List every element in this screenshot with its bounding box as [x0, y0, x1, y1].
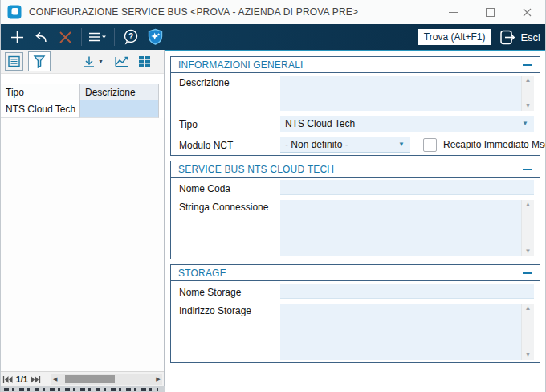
dropdown-caret-icon[interactable]: ▼: [522, 116, 528, 132]
detail-panel: INFORMAZIONI GENERALI Descrizione ▲ ▼ Ti…: [165, 50, 546, 392]
minimize-button[interactable]: [434, 0, 471, 24]
minimize-icon: [449, 12, 458, 13]
exit-button[interactable]: Esci: [499, 29, 540, 46]
modulo-nct-dropdown[interactable]: - Non definito - ▼: [280, 137, 410, 153]
filter-funnel-icon: [33, 55, 46, 68]
indirizzo-storage-label: Indirizzo Storage: [179, 304, 280, 316]
table-empty-area: [1, 118, 164, 371]
toolbar-separator: [81, 28, 82, 46]
modulo-nct-value: - Non definito -: [285, 139, 348, 150]
first-page-button[interactable]: [2, 374, 14, 385]
app-logo-icon: [7, 5, 22, 19]
undo-icon: [33, 30, 49, 44]
detail-form-icon: [8, 55, 20, 67]
grid-icon: [138, 55, 151, 67]
last-page-button[interactable]: [31, 374, 42, 385]
first-page-icon: [2, 376, 13, 383]
scroll-up-icon[interactable]: ▲: [525, 77, 532, 84]
section-header: SERVICE BUS NTS CLOUD TECH: [171, 161, 540, 178]
scroll-up-icon[interactable]: ▲: [525, 305, 532, 312]
export-caret-icon: ▼: [98, 59, 104, 64]
ai-assistant-button[interactable]: [144, 26, 166, 48]
nome-coda-label: Nome Coda: [179, 182, 280, 194]
export-button[interactable]: ▼: [83, 55, 104, 68]
section-header: STORAGE: [171, 265, 540, 281]
left-panel: ▼ Tipo Descrizione: [1, 50, 165, 386]
detail-view-button[interactable]: [5, 52, 23, 71]
section-informazioni-generali: INFORMAZIONI GENERALI Descrizione ▲ ▼ Ti…: [170, 56, 540, 156]
dropdown-caret-icon[interactable]: ▼: [398, 137, 405, 153]
maximize-button[interactable]: [471, 0, 508, 24]
filter-button[interactable]: [28, 51, 51, 71]
table-header-row: Tipo Descrizione: [1, 84, 159, 100]
clipped-text-strip: [1, 386, 165, 392]
descrizione-textarea[interactable]: ▲ ▼: [280, 76, 534, 111]
svg-text:?: ?: [128, 32, 133, 41]
scrollbar-track[interactable]: [59, 374, 154, 384]
line-chart-icon: [114, 55, 129, 68]
scroll-down-icon[interactable]: ▼: [525, 248, 532, 255]
hamburger-menu-icon: [88, 31, 108, 43]
textarea-scrollbar[interactable]: ▲ ▼: [521, 200, 534, 256]
column-header-tipo[interactable]: Tipo: [1, 84, 80, 100]
chart-button[interactable]: [114, 55, 129, 68]
tipo-dropdown[interactable]: NTS Cloud Tech ▼: [280, 116, 534, 132]
recapito-immediato-label: Recapito Immediato Msg.: [443, 139, 546, 150]
scroll-left-icon[interactable]: ◀: [51, 376, 59, 382]
scroll-up-icon[interactable]: ▲: [525, 202, 532, 208]
nome-storage-label: Nome Storage: [179, 285, 280, 298]
exit-label: Esci: [520, 31, 540, 43]
app-window: CONFIGURAZIONE SERVICE BUS <PROVA - AZIE…: [0, 0, 546, 392]
nome-storage-input[interactable]: [280, 284, 534, 299]
last-page-icon: [31, 376, 41, 383]
section-service-bus: SERVICE BUS NTS CLOUD TECH Nome Coda Str…: [170, 161, 540, 259]
delete-x-icon: [59, 31, 72, 44]
stringa-connessione-textarea[interactable]: ▲ ▼: [280, 200, 534, 256]
ai-sparkle-shield-icon: [146, 28, 165, 47]
title-bar: CONFIGURAZIONE SERVICE BUS <PROVA - AZIE…: [1, 0, 545, 24]
page-indicator: 1/1: [16, 374, 28, 384]
collapse-section-button[interactable]: [520, 165, 532, 174]
download-icon: [83, 55, 96, 68]
modulo-nct-label: Modulo NCT: [179, 138, 280, 151]
scroll-right-icon[interactable]: ▶: [154, 376, 162, 382]
left-panel-toolbar: ▼: [1, 50, 164, 74]
stringa-connessione-label: Stringa Connessione: [179, 200, 280, 213]
section-header: INFORMAZIONI GENERALI: [171, 57, 540, 73]
column-header-descrizione[interactable]: Descrizione: [80, 84, 159, 100]
nome-coda-input[interactable]: [280, 180, 534, 195]
delete-button[interactable]: [54, 26, 76, 48]
trova-find-button[interactable]: Trova (Alt+F1): [418, 29, 492, 45]
close-button[interactable]: [508, 0, 545, 24]
menu-button[interactable]: [87, 26, 109, 48]
recapito-immediato-checkbox[interactable]: [423, 138, 437, 152]
scrollbar-thumb[interactable]: [65, 375, 115, 383]
undo-button[interactable]: [30, 26, 52, 48]
collapse-section-button[interactable]: [520, 268, 532, 278]
collapse-icon: [523, 272, 532, 274]
textarea-scrollbar[interactable]: ▲ ▼: [521, 304, 534, 360]
toolbar-separator: [114, 28, 115, 46]
help-button[interactable]: ?: [120, 26, 142, 48]
textarea-scrollbar[interactable]: ▲ ▼: [521, 76, 534, 111]
section-title: STORAGE: [178, 267, 226, 279]
section-storage: STORAGE Nome Storage Indirizzo Storage ▲…: [170, 264, 540, 363]
grid-view-button[interactable]: [138, 55, 151, 67]
scroll-down-icon[interactable]: ▼: [525, 352, 532, 358]
close-icon: [523, 8, 532, 17]
scroll-down-icon[interactable]: ▼: [525, 103, 532, 109]
clipped-text-marks: [4, 388, 158, 391]
descrizione-label: Descrizione: [179, 76, 280, 88]
tipo-value: NTS Cloud Tech: [285, 118, 355, 129]
table-row[interactable]: NTS Cloud Tech: [1, 100, 159, 118]
section-title: SERVICE BUS NTS CLOUD TECH: [178, 164, 334, 175]
new-record-button[interactable]: [6, 26, 28, 48]
help-icon: ?: [122, 28, 140, 46]
cell-tipo[interactable]: NTS Cloud Tech: [1, 100, 80, 118]
indirizzo-storage-textarea[interactable]: ▲ ▼: [280, 304, 534, 360]
horizontal-scrollbar[interactable]: ◀ ▶: [51, 374, 162, 385]
exit-icon: [499, 29, 516, 46]
cell-descrizione-selected[interactable]: [80, 100, 159, 118]
maximize-icon: [486, 8, 495, 17]
collapse-section-button[interactable]: [520, 60, 532, 70]
